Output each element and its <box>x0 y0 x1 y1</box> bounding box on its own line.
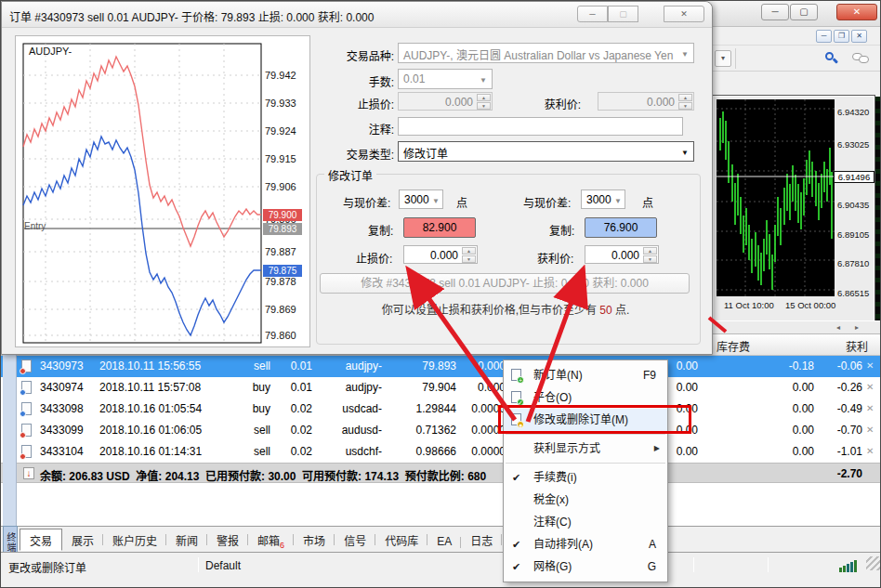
diff-combo-sell[interactable]: 3000▼ <box>399 189 443 209</box>
modify-order-button[interactable]: 修改 #3430973 sell 0.01 AUDJPY- 止损: 0.000 … <box>320 273 690 294</box>
table-row[interactable]: 34309742018.10.11 15:57:08buy0.01audjpy-… <box>1 377 881 399</box>
dialog-titlebar[interactable]: 订单 #3430973 sell 0.01 AUDJPY- 于价格: 79.89… <box>2 2 712 28</box>
table-row[interactable]: 34330992018.10.16 01:06:05sell0.02audusd… <box>1 420 881 441</box>
price-tag: 79.900 <box>263 209 302 221</box>
dialog-minimize-button[interactable]: ─ <box>577 6 608 22</box>
price-axis-label: 6.89105 <box>837 229 876 240</box>
spin-up-icon[interactable]: ▲ <box>462 247 476 255</box>
tab-交易[interactable]: 交易 <box>20 529 62 551</box>
copy-buy-price-button[interactable]: 76.900 <box>585 217 657 238</box>
search-icon[interactable] <box>824 51 839 66</box>
new-order-icon: + <box>511 369 521 381</box>
spin-up-icon[interactable]: ▲ <box>643 247 657 255</box>
modify-tp-field[interactable]: 0.000 ▲▼ <box>585 245 659 264</box>
tab-EA[interactable]: EA <box>427 532 461 553</box>
window-minimize-button[interactable]: ─ <box>761 4 789 20</box>
current-price-label: 6.91496 <box>834 171 874 183</box>
table-row[interactable]: 34330982018.10.16 01:05:54buy0.02usdcad-… <box>1 399 881 420</box>
resize-grip[interactable] <box>866 556 880 570</box>
scroll-right-icon[interactable]: ▸ <box>850 322 863 333</box>
table-cell-time: 2018.10.16 01:06:05 <box>99 424 220 437</box>
usdcnh-chart-window[interactable]: 6.943206.930256.917306.904356.891056.878… <box>713 96 874 322</box>
lots-combo: 0.01▼ <box>398 69 493 89</box>
diff-label-buy: 与现价差: <box>523 194 571 210</box>
table-cell-order: 3433099 <box>40 424 96 437</box>
tab-代码库[interactable]: 代码库 <box>375 529 427 550</box>
spin-down-icon[interactable]: ▼ <box>462 255 476 263</box>
tab-信号[interactable]: 信号 <box>335 529 375 550</box>
points-label-sell: 点 <box>456 194 467 210</box>
terminal-panel: 库存费 获利 34309732018.10.11 15:56:55sell0.0… <box>1 333 881 588</box>
check-icon: ✔ <box>512 555 520 578</box>
price-axis-label: 79.887 <box>265 246 308 257</box>
comment-label: 注释: <box>312 121 394 137</box>
chevron-down-icon: ▼ <box>480 76 487 85</box>
tab-市场[interactable]: 市场 <box>294 529 335 550</box>
close-position-icon: ✓ <box>511 391 521 403</box>
table-cell-lots: 0.02 <box>273 424 312 437</box>
modify-sl-label: 止损价: <box>356 250 392 266</box>
order-modify-dialog: 订单 #3430973 sell 0.01 AUDJPY- 于价格: 79.89… <box>1 1 713 355</box>
close-order-icon[interactable]: ✕ <box>866 382 874 392</box>
close-order-icon[interactable]: ✕ <box>866 425 874 435</box>
status-profile[interactable]: Default <box>205 559 241 572</box>
close-order-icon[interactable]: ✕ <box>866 403 874 413</box>
chart-restore-button[interactable]: ❐ <box>834 30 849 43</box>
tab-新闻[interactable]: 新闻 <box>166 529 207 550</box>
order-type-combo[interactable]: 修改订单▼ <box>398 141 694 162</box>
table-cell-lots: 0.01 <box>273 359 312 372</box>
column-header-profit[interactable]: 获利 <box>828 338 868 354</box>
sell-dot-icon <box>20 432 26 438</box>
comment-input[interactable] <box>398 117 683 136</box>
menu-item-获利显示方式[interactable]: 获利显示方式▶ <box>504 438 667 460</box>
table-cell-symbol: audjpy- <box>315 381 382 394</box>
chevron-down-icon: ▼ <box>432 197 440 205</box>
menu-item-网格(G)[interactable]: ✔网格(G)G <box>504 555 667 578</box>
time-axis-label: 15 Oct 00:00 <box>785 300 835 310</box>
window-maximize-button[interactable]: ▢ <box>790 4 818 20</box>
chat-icon[interactable] <box>852 51 869 66</box>
menu-item-手续费(i)[interactable]: ✔手续费(i) <box>504 466 667 489</box>
tab-展示[interactable]: 展示 <box>62 529 103 550</box>
diff-combo-buy[interactable]: 3000▼ <box>581 189 625 209</box>
table-row[interactable]: 34309732018.10.11 15:56:55sell0.01audjpy… <box>1 356 881 377</box>
chart-workspace: 6.943206.930256.917306.904356.891056.878… <box>709 72 881 333</box>
chart-close-button[interactable]: ✕ <box>851 30 867 43</box>
status-separator <box>198 557 199 572</box>
price-scale: 6.943206.930256.917306.904356.891056.878… <box>835 99 875 296</box>
menu-item-自动排列(A)[interactable]: ✔自动排列(A)A <box>504 533 667 555</box>
table-cell-lots: 0.01 <box>273 381 312 394</box>
close-order-icon[interactable]: ✕ <box>866 360 874 371</box>
toolbar-separator <box>735 48 736 69</box>
menu-item-注释(C)[interactable]: 注释(C) <box>504 511 667 533</box>
submenu-arrow-icon: ▶ <box>654 438 660 460</box>
balance-icon: ↓ <box>23 467 34 479</box>
menu-item-新订单(N)[interactable]: +新订单(N)F9 <box>504 364 667 386</box>
modify-sl-field[interactable]: 0.000 ▲▼ <box>403 245 478 264</box>
points-label-buy: 点 <box>642 194 653 210</box>
account-summary-row: ↓ 余额: 206.83 USD 净值: 204.13 已用预付款: 30.00… <box>1 463 881 483</box>
table-cell-type: buy <box>224 381 270 394</box>
close-order-icon[interactable]: ✕ <box>866 446 874 456</box>
price-axis-label: 79.878 <box>265 276 308 287</box>
dialog-close-button[interactable]: ✕ <box>664 6 704 22</box>
dialog-maximize-button: ▢ <box>608 6 638 22</box>
copy-sell-price-button[interactable]: 82.900 <box>403 217 476 238</box>
toolbar-dropdown-button[interactable]: ▾ <box>715 50 731 67</box>
menu-row: ─ ❐ ✕ <box>709 27 881 46</box>
tab-日志[interactable]: 日志 <box>461 529 502 550</box>
entry-line-label: Entry <box>24 221 46 231</box>
column-header-swap[interactable]: 库存费 <box>717 338 769 354</box>
tab-警报[interactable]: 警报 <box>207 529 248 550</box>
table-row[interactable]: 34331042018.10.16 01:14:31sell0.02usdchf… <box>1 441 881 463</box>
menu-item-税金(x)[interactable]: 税金(x) <box>504 489 667 511</box>
chart-minimize-button[interactable]: ─ <box>816 30 832 43</box>
account-summary-text: 余额: 206.83 USD 净值: 204.13 已用预付款: 30.00 可… <box>40 467 486 483</box>
tab-邮箱[interactable]: 邮箱6 <box>248 529 294 550</box>
scroll-left-icon[interactable]: ◂ <box>832 322 845 333</box>
spin-down-icon[interactable]: ▼ <box>643 255 657 263</box>
window-close-button[interactable]: ✕ <box>836 4 877 20</box>
tab-账户历史[interactable]: 账户历史 <box>103 529 166 550</box>
table-cell-price: 79.904 <box>385 381 456 394</box>
sell-dot-icon <box>20 453 26 460</box>
